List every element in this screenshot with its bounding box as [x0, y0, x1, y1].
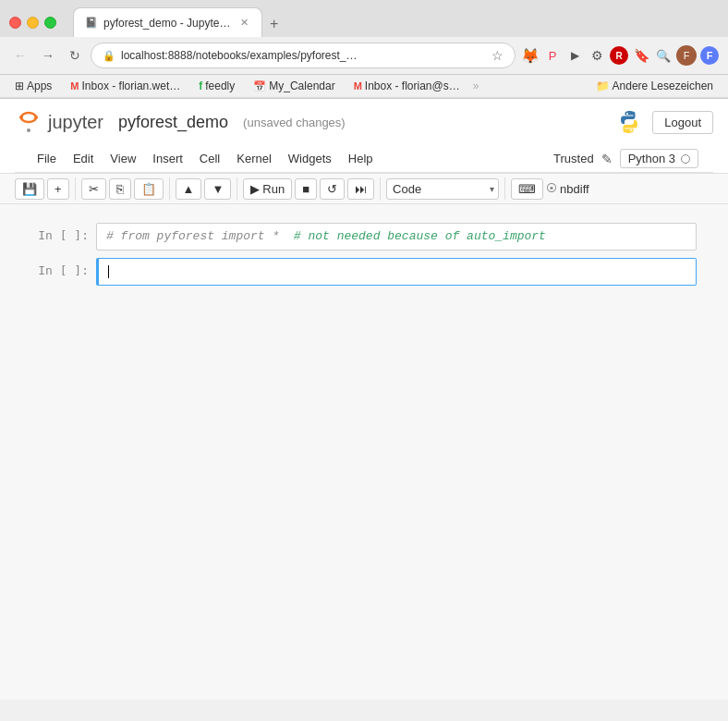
active-tab[interactable]: 📓 pyforest_demo - Jupyter Note… ✕	[73, 7, 262, 37]
jupyter-logo: jupyter	[15, 108, 103, 136]
paste-icon: 📋	[141, 182, 156, 196]
settings-icon[interactable]: ⚙	[588, 46, 606, 65]
gmail1-icon: M	[70, 80, 79, 92]
cell-2-input[interactable]	[99, 259, 696, 285]
menu-view[interactable]: View	[103, 149, 143, 168]
tab-title: pyforest_demo - Jupyter Note…	[103, 17, 233, 30]
up-arrow-icon: ▲	[183, 182, 195, 196]
browser-icons: 🦊 P ▶ ⚙ R 🔖 🔍 F F	[521, 45, 719, 66]
close-window-button[interactable]	[9, 17, 21, 29]
python-icon	[615, 108, 643, 136]
apps-icon: ⊞	[15, 79, 24, 92]
browser-chrome: 📓 pyforest_demo - Jupyter Note… ✕ + ← → …	[0, 0, 728, 99]
menu-help[interactable]: Help	[341, 149, 381, 168]
bookmarks-feedly[interactable]: f feedly	[193, 78, 240, 94]
cell-1-input-area[interactable]: # from pyforest import * # not needed be…	[96, 223, 697, 251]
window-controls	[9, 17, 56, 29]
cut-icon: ✂	[89, 182, 99, 196]
search-icon[interactable]: 🔍	[654, 46, 673, 65]
add-cell-button[interactable]: +	[47, 178, 69, 200]
address-text: localhost:8888/notebooks/examples/pyfore…	[121, 49, 486, 62]
toolbar-separator-2	[169, 177, 170, 200]
cut-cell-button[interactable]: ✂	[81, 178, 106, 200]
avatar[interactable]: F	[676, 45, 697, 66]
save-button[interactable]: 💾	[15, 178, 44, 200]
kernel-status-icon	[681, 154, 690, 164]
feedly-label: feedly	[205, 79, 235, 92]
nbdiff-button[interactable]: ⦿ nbdiff	[546, 182, 589, 196]
bookmark-star-icon[interactable]: ☆	[491, 48, 504, 63]
cell-1-wrapper: In [ ]: # from pyforest import * # not n…	[31, 223, 697, 251]
run-play-icon: ▶	[250, 182, 260, 196]
unsaved-label: (unsaved changes)	[243, 116, 346, 129]
run-button[interactable]: ▶ Run	[243, 178, 292, 200]
menu-widgets[interactable]: Widgets	[281, 149, 339, 168]
trusted-button[interactable]: Trusted	[553, 152, 594, 165]
menu-insert[interactable]: Insert	[145, 149, 190, 168]
lock-icon: 🔒	[103, 50, 115, 62]
restart-icon: ↺	[327, 182, 337, 196]
cell-2-wrapper: In [ ]:	[31, 258, 697, 286]
notebook-area[interactable]: In [ ]: # from pyforest import * # not n…	[0, 204, 728, 700]
jupyter-header: jupyter pyforest_demo (unsaved changes) …	[0, 99, 728, 174]
minimize-window-button[interactable]	[27, 17, 39, 29]
cell-1-comment: # from pyforest import * # not needed be…	[106, 229, 546, 243]
move-up-button[interactable]: ▲	[176, 178, 202, 200]
firefox-icon: 🦊	[521, 46, 540, 65]
tabs-row: 📓 pyforest_demo - Jupyter Note… ✕ +	[73, 7, 285, 37]
notebook-title[interactable]: pyforest_demo	[118, 113, 228, 132]
cell-1[interactable]: In [ ]: # from pyforest import * # not n…	[31, 223, 697, 251]
back-button[interactable]: ←	[9, 45, 31, 66]
menu-file[interactable]: File	[30, 149, 64, 168]
tab-close-button[interactable]: ✕	[238, 15, 250, 31]
cell-1-input[interactable]: # from pyforest import * # not needed be…	[97, 224, 696, 250]
gmail2-icon: M	[354, 80, 362, 92]
bookmarks-gmail2[interactable]: M Inbox - florian@s…	[348, 78, 466, 94]
header-right: Logout	[615, 108, 713, 136]
move-down-button[interactable]: ▼	[204, 178, 231, 200]
gmail2-label: Inbox - florian@s…	[365, 79, 460, 92]
new-tab-button[interactable]: +	[262, 11, 285, 37]
menu-edit[interactable]: Edit	[66, 149, 101, 168]
maximize-window-button[interactable]	[44, 17, 56, 29]
restart-run-all-button[interactable]: ⏭	[347, 178, 374, 200]
andere-lesezeichen-button[interactable]: 📁 Andere Lesezeichen	[590, 78, 719, 94]
menu-cell[interactable]: Cell	[192, 149, 227, 168]
kernel-label: Python 3	[628, 152, 675, 165]
pocket-icon[interactable]: P	[543, 46, 562, 65]
refresh-button[interactable]: ↻	[65, 45, 85, 66]
bookmarks-calendar[interactable]: 📅 My_Calendar	[248, 78, 340, 94]
logout-button[interactable]: Logout	[652, 111, 713, 134]
fast-forward-icon: ⏭	[355, 182, 367, 196]
copy-icon: ⎘	[116, 182, 124, 196]
save-icon[interactable]: 🔖	[632, 46, 650, 65]
run-label: Run	[262, 182, 285, 196]
cursor	[108, 265, 109, 278]
feedbro-icon[interactable]: R	[610, 46, 628, 65]
profile-icon[interactable]: F	[700, 46, 719, 65]
cell-1-label: In [ ]:	[31, 223, 96, 248]
video-icon[interactable]: ▶	[565, 46, 584, 65]
address-input[interactable]: 🔒 localhost:8888/notebooks/examples/pyfo…	[91, 43, 516, 68]
copy-cell-button[interactable]: ⎘	[109, 178, 131, 200]
bookmarks-gmail1[interactable]: M Inbox - florian.wet…	[65, 78, 186, 94]
stop-button[interactable]: ■	[295, 178, 317, 200]
cell-type-select[interactable]: Code Markdown Raw NBConvert	[386, 178, 499, 200]
forward-button[interactable]: →	[37, 45, 59, 66]
tab-favicon: 📓	[85, 17, 98, 29]
restart-button[interactable]: ↺	[320, 178, 345, 200]
cell-2[interactable]: In [ ]:	[31, 258, 697, 286]
keyboard-shortcuts-button[interactable]: ⌨	[511, 178, 543, 200]
cell-2-label: In [ ]:	[31, 258, 96, 283]
jupyter-title-row: jupyter pyforest_demo (unsaved changes) …	[15, 99, 713, 145]
paste-cell-button[interactable]: 📋	[134, 178, 164, 200]
nbdiff-label: nbdiff	[560, 182, 589, 196]
toolbar-separator-3	[237, 177, 237, 200]
edit-metadata-button[interactable]: ✎	[601, 152, 613, 166]
svg-point-2	[34, 116, 38, 119]
kernel-badge[interactable]: Python 3	[620, 149, 698, 168]
cell-2-input-area[interactable]	[96, 258, 697, 286]
jupyter-logo-icon	[15, 108, 42, 136]
menu-kernel[interactable]: Kernel	[229, 149, 279, 168]
bookmarks-apps[interactable]: ⊞ Apps	[9, 78, 57, 94]
